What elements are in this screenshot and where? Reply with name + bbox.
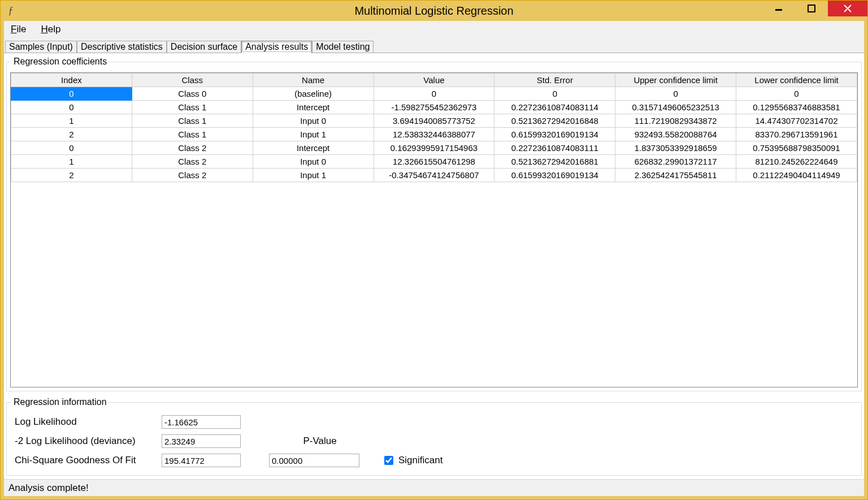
cell-upper[interactable]: 932493.55820088764 <box>615 128 736 141</box>
regression-information-group: Regression information Log Likelihood -2… <box>6 397 862 476</box>
table-row[interactable]: 0Class 2Intercept0.162939959171549630.22… <box>11 141 857 155</box>
app-icon: ƒ <box>5 4 16 18</box>
cell-class[interactable]: Class 2 <box>132 169 253 182</box>
cell-lower[interactable]: 81210.245262224649 <box>736 155 857 169</box>
cell-stderr[interactable]: 0.22723610874083111 <box>494 141 615 155</box>
significant-checkbox[interactable] <box>384 456 393 465</box>
window-body: File Help Samples (Input) Descriptive st… <box>1 21 867 499</box>
table-row[interactable]: 0Class 0(baseline)0000 <box>11 87 857 101</box>
table-row[interactable]: 0Class 1Intercept-1.59827554523629730.22… <box>11 101 857 114</box>
window-title: Multinomial Logistic Regression <box>1 5 867 18</box>
cell-upper[interactable]: 111.72190829343872 <box>615 114 736 128</box>
cell-name[interactable]: Input 1 <box>253 169 374 182</box>
col-index[interactable]: Index <box>11 74 132 87</box>
cell-stderr[interactable]: 0.61599320169019134 <box>494 128 615 141</box>
col-stderr[interactable]: Std. Error <box>494 74 615 87</box>
cell-stderr[interactable]: 0.52136272942016881 <box>494 155 615 169</box>
cell-stderr[interactable]: 0.22723610874083114 <box>494 101 615 114</box>
regression-coefficients-legend: Regression coefficients <box>11 57 109 67</box>
cell-lower[interactable]: 0.12955683746883581 <box>736 101 857 114</box>
coefficients-table: Index Class Name Value Std. Error Upper … <box>11 73 857 182</box>
cell-upper[interactable]: 0 <box>615 87 736 101</box>
tab-samples-input[interactable]: Samples (Input) <box>5 41 77 53</box>
cell-class[interactable]: Class 1 <box>132 128 253 141</box>
cell-stderr[interactable]: 0.52136272942016848 <box>494 114 615 128</box>
cell-upper[interactable]: 626832.29901372117 <box>615 155 736 169</box>
cell-value[interactable]: -1.5982755452362973 <box>374 101 494 114</box>
chisq-field[interactable] <box>162 454 241 467</box>
cell-value[interactable]: -0.34754674124756807 <box>374 169 494 182</box>
cell-value[interactable]: 0.16293995917154963 <box>374 141 494 155</box>
col-lower[interactable]: Lower confidence limit <box>736 74 857 87</box>
p-value-field[interactable] <box>269 454 359 467</box>
tab-strip: Samples (Input) Descriptive statistics D… <box>4 38 864 53</box>
cell-index[interactable]: 1 <box>11 155 132 169</box>
table-row[interactable]: 2Class 2Input 1-0.347546741247568070.615… <box>11 169 857 182</box>
table-row[interactable]: 1Class 2Input 012.3266155047612980.52136… <box>11 155 857 169</box>
cell-class[interactable]: Class 2 <box>132 141 253 155</box>
cell-name[interactable]: Input 1 <box>253 128 374 141</box>
cell-name[interactable]: Intercept <box>253 101 374 114</box>
p-value-label: P-Value <box>269 436 371 447</box>
cell-lower[interactable]: 0.75395688798350091 <box>736 141 857 155</box>
cell-class[interactable]: Class 2 <box>132 155 253 169</box>
cell-value[interactable]: 12.326615504761298 <box>374 155 494 169</box>
cell-name[interactable]: Intercept <box>253 141 374 155</box>
cell-index[interactable]: 0 <box>11 101 132 114</box>
significant-label: Significant <box>398 455 442 466</box>
cell-lower[interactable]: 14.474307702314702 <box>736 114 857 128</box>
svg-rect-0 <box>775 9 782 11</box>
col-value[interactable]: Value <box>374 74 494 87</box>
cell-index[interactable]: 0 <box>11 87 132 101</box>
maximize-button[interactable] <box>795 1 828 16</box>
cell-lower[interactable]: 0.21122490404114949 <box>736 169 857 182</box>
cell-upper[interactable]: 0.31571496065232513 <box>615 101 736 114</box>
cell-value[interactable]: 12.538332446388077 <box>374 128 494 141</box>
status-bar: Analysis complete! <box>4 479 864 496</box>
regression-information-legend: Regression information <box>11 397 109 407</box>
cell-index[interactable]: 0 <box>11 141 132 155</box>
cell-lower[interactable]: 83370.296713591961 <box>736 128 857 141</box>
cell-index[interactable]: 2 <box>11 128 132 141</box>
table-row[interactable]: 2Class 1Input 112.5383324463880770.61599… <box>11 128 857 141</box>
menu-help[interactable]: Help <box>38 23 63 36</box>
cell-class[interactable]: Class 0 <box>132 87 253 101</box>
cell-class[interactable]: Class 1 <box>132 114 253 128</box>
minimize-button[interactable] <box>762 1 795 16</box>
tab-analysis-results[interactable]: Analysis results <box>241 41 312 53</box>
neg2ll-field[interactable] <box>162 434 241 448</box>
col-upper[interactable]: Upper confidence limit <box>615 74 736 87</box>
col-class[interactable]: Class <box>132 74 253 87</box>
log-likelihood-field[interactable] <box>162 415 241 429</box>
cell-stderr[interactable]: 0 <box>494 87 615 101</box>
title-bar[interactable]: ƒ Multinomial Logistic Regression <box>1 1 867 21</box>
cell-class[interactable]: Class 1 <box>132 101 253 114</box>
cell-index[interactable]: 2 <box>11 169 132 182</box>
app-window: ƒ Multinomial Logistic Regression File H… <box>0 0 868 500</box>
cell-value[interactable]: 0 <box>374 87 494 101</box>
window-controls <box>762 1 867 21</box>
cell-upper[interactable]: 1.8373053392918659 <box>615 141 736 155</box>
cell-upper[interactable]: 2.3625424175545811 <box>615 169 736 182</box>
regression-coefficients-group: Regression coefficients Index Class Name… <box>6 57 862 391</box>
coefficients-table-container[interactable]: Index Class Name Value Std. Error Upper … <box>10 72 858 387</box>
cell-index[interactable]: 1 <box>11 114 132 128</box>
neg2ll-label: -2 Log Likelihood (deviance) <box>15 436 162 447</box>
table-row[interactable]: 1Class 1Input 03.69419400857737520.52136… <box>11 114 857 128</box>
tab-decision-surface[interactable]: Decision surface <box>167 41 241 53</box>
table-header-row: Index Class Name Value Std. Error Upper … <box>11 74 857 87</box>
close-button[interactable] <box>828 1 867 16</box>
cell-stderr[interactable]: 0.61599320169019134 <box>494 169 615 182</box>
col-name[interactable]: Name <box>253 74 374 87</box>
log-likelihood-label: Log Likelihood <box>15 416 162 428</box>
svg-rect-1 <box>808 5 815 12</box>
cell-name[interactable]: (baseline) <box>253 87 374 101</box>
menu-file[interactable]: File <box>8 23 28 36</box>
tab-content: Regression coefficients Index Class Name… <box>4 53 864 479</box>
tab-descriptive-statistics[interactable]: Descriptive statistics <box>77 41 167 53</box>
tab-model-testing[interactable]: Model testing <box>312 41 374 53</box>
cell-lower[interactable]: 0 <box>736 87 857 101</box>
cell-value[interactable]: 3.6941940085773752 <box>374 114 494 128</box>
cell-name[interactable]: Input 0 <box>253 155 374 169</box>
cell-name[interactable]: Input 0 <box>253 114 374 128</box>
